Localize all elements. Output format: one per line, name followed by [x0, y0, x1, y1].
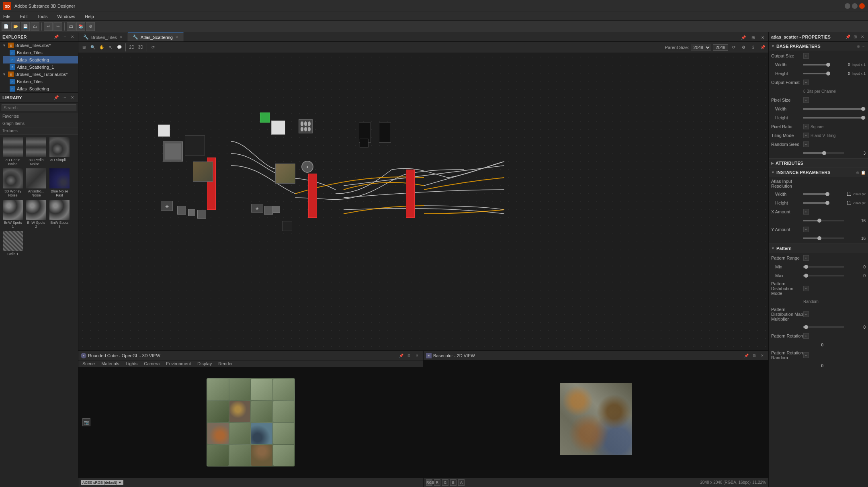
atlas-width-slider[interactable] [803, 193, 829, 195]
nav-camera[interactable]: Camera [142, 361, 161, 366]
save-button[interactable]: 💾 [21, 22, 30, 31]
base-params-icon-2[interactable]: ⋯ [862, 44, 866, 49]
lib-item-cells-1[interactable]: Cells 1 [2, 230, 24, 257]
props-pin[interactable]: 📌 [845, 34, 851, 40]
node-bottom-4[interactable] [197, 210, 206, 219]
nav-render[interactable]: Render [217, 361, 234, 366]
new-button[interactable]: 📄 [2, 22, 10, 31]
graph-select[interactable]: ↖ [106, 43, 115, 51]
pattern-header[interactable]: ▼ Pattern [769, 244, 868, 253]
open-button[interactable]: 📂 [11, 22, 20, 31]
properties-toggle[interactable]: ⚙ [86, 22, 95, 31]
nav-scene[interactable]: Scene [81, 361, 96, 366]
graph-info[interactable]: ℹ [749, 43, 757, 51]
tree-root-broken-tiles-tutorial[interactable]: ▼ S Broken_Tiles_Tutorial.sbs* [0, 71, 78, 78]
lib-item-3d-simpli[interactable]: 3D Simpli... [48, 136, 71, 167]
view2d-float[interactable]: ⊞ [751, 352, 758, 359]
node-dark-1[interactable] [185, 135, 205, 156]
tree-item-atlas-scattering-1[interactable]: F Atlas_Scattering_1 [3, 63, 78, 71]
pattern-range-min-slider[interactable] [803, 266, 844, 268]
camera-btn[interactable]: 📷 [82, 418, 90, 426]
y-amount-icon[interactable]: ↔ [803, 227, 809, 232]
tree-root-broken-tiles-sbs[interactable]: ▼ S Broken_Tiles.sbs* [0, 42, 78, 49]
explorer-close[interactable]: ✕ [69, 34, 76, 40]
node-dots[interactable] [299, 119, 313, 133]
view3d-content[interactable]: 📷 [78, 367, 423, 477]
graph-refresh[interactable]: ⟳ [730, 43, 738, 51]
node-green[interactable] [260, 113, 270, 123]
view3d-float[interactable]: ⊞ [405, 352, 413, 359]
y-amount-slider[interactable] [803, 237, 844, 239]
random-seed-thumb[interactable] [822, 151, 826, 155]
library-pin[interactable]: 📌 [53, 94, 59, 101]
node-bottom-dark[interactable] [282, 221, 292, 231]
random-seed-slider[interactable] [803, 152, 844, 154]
node-black-sq-2[interactable] [379, 123, 391, 143]
nav-lights[interactable]: Lights [124, 361, 139, 366]
output-size-icon[interactable]: ↔ [803, 53, 809, 59]
graph-3d-view[interactable]: 3D [137, 43, 145, 51]
graph-hand[interactable]: ✋ [98, 43, 106, 51]
tab-broken-tiles-close[interactable]: ✕ [119, 35, 123, 39]
view2d-close[interactable]: ✕ [759, 352, 766, 359]
view2d-channel-b[interactable]: B [450, 479, 457, 486]
output-format-icon[interactable]: ↔ [803, 80, 809, 85]
node-red-right[interactable] [406, 170, 415, 218]
props-float[interactable]: ⊞ [852, 34, 858, 40]
random-seed-icon[interactable]: ↔ [803, 141, 809, 147]
tab-broken-tiles[interactable]: 🔧 Broken_Tiles ✕ [78, 33, 128, 41]
lib-item-blue-noise[interactable]: Blue Noise Fast [48, 168, 71, 198]
node-bottom-1[interactable]: ◈ [161, 201, 173, 211]
menu-windows[interactable]: Windows [55, 13, 77, 20]
node-white-sq[interactable] [271, 121, 285, 135]
pattern-dist-mode-icon[interactable]: ↔ [803, 286, 809, 291]
save-all-button[interactable]: 🗂 [31, 22, 39, 31]
pattern-range-max-thumb[interactable] [804, 274, 808, 278]
lib-item-bnw-spots-3[interactable]: BnW Spots 3 [48, 199, 71, 229]
tab-atlas-scattering[interactable]: 🔧 Atlas_Scattering ✕ [128, 33, 184, 41]
library-options[interactable]: ⋯ [61, 94, 68, 101]
instance-params-icon-2[interactable]: 📋 [861, 170, 866, 175]
node-scatter-1[interactable] [163, 141, 183, 162]
pattern-range-max-slider[interactable] [803, 275, 844, 276]
output-width-slider[interactable] [803, 64, 828, 65]
pixel-width-slider[interactable] [803, 108, 866, 110]
view2d-channel-g[interactable]: G [442, 479, 448, 486]
lib-cat-favorites[interactable]: Favorites [0, 113, 78, 120]
parent-size-select[interactable]: 2048 1024 512 [691, 44, 711, 51]
node-black-sq-3[interactable] [360, 139, 368, 147]
graph-comment[interactable]: 💬 [115, 43, 123, 51]
node-bottom-3[interactable] [188, 209, 195, 216]
atlas-width-thumb[interactable] [825, 192, 829, 196]
pixel-size-icon[interactable]: ↔ [803, 97, 809, 103]
tree-item-broken-tiles-1[interactable]: F Broken_Tiles [3, 49, 78, 56]
graph-view-fit[interactable]: ⊞ [80, 43, 88, 51]
view2d-channel-r[interactable]: R [434, 479, 440, 486]
view3d-color-mode[interactable]: ACES sRGB (default) ▼ [81, 480, 123, 485]
node-bottom-6[interactable] [264, 206, 273, 215]
lib-item-3d-worley[interactable]: 3D Worley Noise [2, 168, 24, 198]
tab-close-all[interactable]: ✕ [759, 33, 767, 41]
node-bottom-7[interactable] [273, 206, 280, 213]
view2d-channel-a[interactable]: A [458, 479, 465, 486]
library-search-input[interactable] [2, 104, 76, 111]
pixel-width-thumb[interactable] [861, 107, 865, 111]
tab-atlas-scattering-close[interactable]: ✕ [175, 35, 178, 39]
lib-item-3d-perlin-2[interactable]: 3D Perlin Noise... [25, 136, 47, 167]
pattern-rotation-icon[interactable]: ↔ [803, 333, 809, 339]
node-texture-1[interactable] [193, 162, 213, 182]
pattern-dist-map-thumb[interactable] [804, 325, 808, 329]
atlas-height-thumb[interactable] [825, 201, 829, 205]
tree-item-atlas-scattering-2[interactable]: F Atlas_Scattering [3, 85, 78, 92]
menu-file[interactable]: File [2, 13, 12, 20]
view3d-close[interactable]: ✕ [414, 352, 421, 359]
node-texture-2[interactable] [275, 164, 295, 184]
graph-pin-2[interactable]: 📌 [759, 43, 767, 51]
lib-item-bnw-spots-1[interactable]: BnW Spots 1 [2, 199, 24, 229]
lib-item-anisotro[interactable]: Anisotro... Noise [25, 168, 47, 198]
nav-environment[interactable]: Environment [164, 361, 192, 366]
lib-item-3d-perlin-1[interactable]: 3D Perlin Noise [2, 136, 24, 167]
atlas-height-slider[interactable] [803, 202, 829, 204]
base-params-icon-1[interactable]: ⊕ [857, 44, 860, 49]
x-amount-slider[interactable] [803, 220, 844, 221]
